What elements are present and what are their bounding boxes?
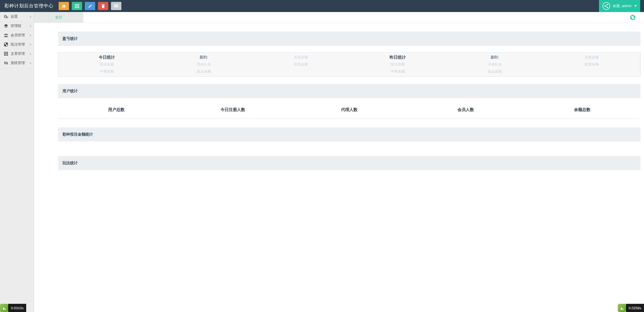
refresh-button[interactable] — [630, 14, 636, 21]
sidebar-item-label: 管理组 — [11, 23, 30, 28]
stat-label: 提现金额 — [543, 61, 640, 68]
grid-th-icon — [3, 52, 9, 56]
trace-badge-left: 0.0310s — [0, 304, 26, 312]
profit-col-yesterday: 昨日统计 投注金额 中奖金额 — [349, 54, 447, 75]
tab-home[interactable]: 首页 — [34, 12, 83, 23]
profit-col-today-amounts: 充值金额 提现金额 — [252, 54, 349, 75]
home-button[interactable] — [59, 2, 69, 10]
trash-icon — [101, 4, 105, 8]
list-button[interactable] — [111, 2, 121, 10]
sidebar-item-label: 文章管理 — [11, 51, 30, 56]
stat-label: 投注金额 — [349, 61, 447, 68]
stat-label: 昨日统计 — [349, 54, 447, 61]
sidebar-item-label: 投注管理 — [11, 42, 30, 47]
chevron-right-icon: › — [30, 61, 31, 65]
user-menu[interactable]: 欢迎, admin — [599, 0, 640, 12]
avatar-network-icon — [602, 2, 610, 10]
sidebar-item-system[interactable]: 系统管理 › — [0, 58, 34, 68]
chevron-right-icon: › — [30, 33, 31, 37]
stat-label: 盈利: — [446, 54, 543, 61]
group-dome-icon — [3, 24, 9, 28]
checkerboard-icon — [3, 43, 9, 46]
home-icon — [62, 4, 66, 8]
sidebar-item-articles[interactable]: 文章管理 › — [0, 49, 34, 58]
panel-title: 玩法统计 — [62, 161, 78, 166]
cogs-icon: ⚙⚙ — [3, 14, 9, 19]
stat-label: 提现金额 — [252, 61, 349, 68]
panel-title: 用户统计 — [62, 89, 78, 94]
caret-down-icon — [634, 5, 637, 7]
user-stat-total: 用户总数 — [58, 107, 175, 112]
admin-dashboard: 彩种计划后台管理中心 — [0, 0, 644, 312]
user-stat-members: 会员人数 — [408, 107, 524, 112]
sidebar-item-label: 会员管理 — [11, 33, 30, 38]
user-stat-registered-today: 今日注册人数 — [175, 107, 291, 112]
sidebar: ⚙⚙ 设置 › 管理组 › 会员管理 › — [0, 12, 34, 312]
pencil-icon — [88, 4, 92, 8]
chevron-right-icon: › — [30, 52, 31, 56]
grid-icon — [75, 4, 79, 8]
panel-title: 彩种投注金额统计 — [62, 132, 93, 137]
sidebar-item-members[interactable]: 会员管理 › — [0, 31, 34, 40]
panel-users-header: 用户统计 — [58, 84, 640, 98]
stat-label: 返点金额 — [155, 68, 253, 75]
stat-label: 投注金额 — [58, 61, 155, 68]
stat-label: 充值金额 — [252, 54, 349, 61]
trace-badge-right: 0.0258s — [618, 304, 644, 312]
stat-label: 今日统计 — [58, 54, 155, 61]
user-stat-agents: 代理人数 — [291, 107, 408, 112]
stat-label: 盈利: — [155, 54, 253, 61]
tab-bar: 首页 — [34, 12, 644, 23]
grid-button[interactable] — [72, 2, 82, 10]
chevron-right-icon: › — [30, 42, 31, 47]
app-header: 彩种计划后台管理中心 — [0, 0, 644, 12]
trace-time: 0.0258s — [626, 304, 644, 312]
sidebar-item-admin-group[interactable]: 管理组 › — [0, 21, 34, 31]
sidebar-item-settings[interactable]: ⚙⚙ 设置 › — [0, 12, 34, 21]
list-icon — [114, 4, 118, 8]
sidebar-item-label: 设置 — [11, 14, 30, 19]
sidebar-item-betting[interactable]: 投注管理 › — [0, 40, 34, 49]
stat-label-empty — [543, 68, 640, 75]
user-stats-row: 用户总数 今日注册人数 代理人数 会员人数 余额总数 — [58, 101, 640, 118]
panel-lottery-amount-header: 彩种投注金额统计 — [58, 127, 640, 142]
header-toolbar — [59, 2, 121, 10]
chevron-right-icon: › — [30, 24, 31, 28]
users-icon — [3, 33, 9, 37]
panel-play-header: 玩法统计 — [58, 156, 640, 170]
profit-col-today: 今日统计 投注金额 中奖金额 — [58, 54, 155, 75]
edit-button[interactable] — [85, 2, 95, 10]
stat-label: 活动礼金 — [446, 61, 543, 68]
stat-label: 活动礼金 — [155, 61, 253, 68]
thinkphp-flame-icon[interactable] — [618, 304, 626, 312]
profit-stats-box: 今日统计 投注金额 中奖金额 盈利: 活动礼金 返点金额 充值金额 提现金额 昨… — [58, 52, 640, 77]
thinkphp-flame-icon[interactable] — [0, 304, 8, 312]
stat-label: 返点金额 — [446, 68, 543, 75]
delete-button[interactable] — [98, 2, 108, 10]
stat-label: 中奖金额 — [349, 68, 447, 75]
stat-label-empty — [252, 68, 349, 75]
profit-col-today-profit: 盈利: 活动礼金 返点金额 — [155, 54, 253, 75]
stat-label: 充值金额 — [543, 54, 640, 61]
app-title: 彩种计划后台管理中心 — [4, 0, 53, 12]
user-stat-balance: 余额总数 — [524, 107, 640, 112]
trace-time: 0.0310s — [8, 304, 26, 312]
profit-col-yesterday-amounts: 充值金额 提现金额 — [543, 54, 640, 75]
sync-arrows-icon — [3, 61, 9, 65]
stat-label: 中奖金额 — [58, 68, 155, 75]
chevron-right-icon: › — [30, 14, 31, 19]
profit-col-yesterday-profit: 盈利: 活动礼金 返点金额 — [446, 54, 543, 75]
panel-title: 盈亏统计 — [62, 36, 78, 41]
panel-profit-header: 盈亏统计 — [58, 32, 640, 46]
refresh-icon — [630, 14, 636, 20]
welcome-text: 欢迎, admin — [613, 4, 631, 8]
sidebar-item-label: 系统管理 — [11, 61, 30, 65]
